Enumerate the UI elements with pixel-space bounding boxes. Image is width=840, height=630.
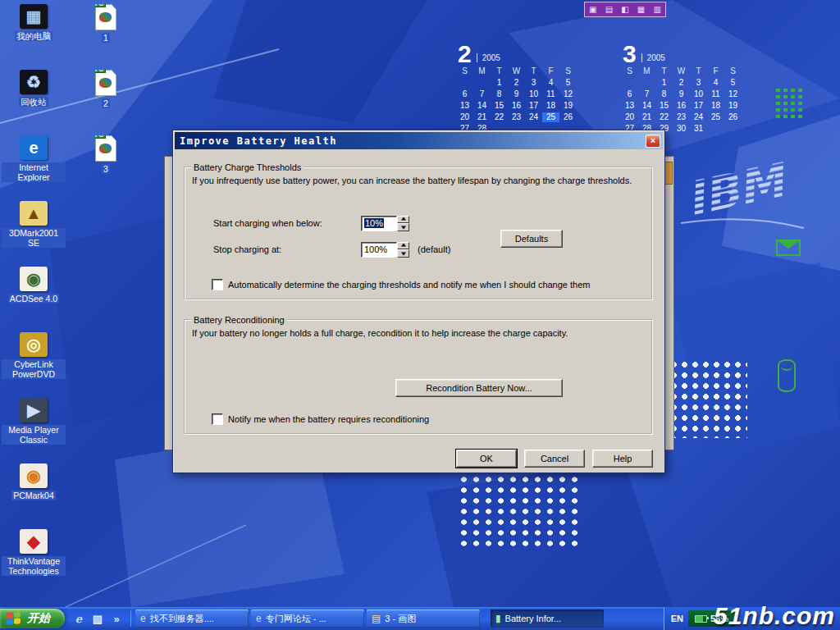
calendar-day: 16	[673, 101, 690, 111]
reconditioning-group-legend: Battery Reconditioning	[191, 315, 287, 325]
desktop-icon-media-player-classic[interactable]: ▶Media Player Classic	[2, 395, 66, 461]
jpg-thumbnail	[99, 12, 112, 22]
calendar-day: 4	[707, 78, 724, 88]
dialog-titlebar[interactable]: Improve Battery Health ×	[175, 132, 663, 149]
desktop-icon-jpg-2[interactable]: JPG2	[74, 67, 138, 133]
calendar-day: 1	[491, 78, 508, 88]
calendar-day: 13	[621, 101, 638, 111]
capture-toolbar[interactable]: ▣▤◧▦▥	[584, 2, 666, 17]
calendar-day: 18	[542, 101, 559, 111]
calendar-day: 3	[690, 78, 707, 88]
start-charging-input[interactable]: 10%	[361, 216, 397, 231]
desktop-icon-pcmark04[interactable]: ◉PCMark04	[2, 461, 66, 527]
battery-cylinder-icon	[778, 359, 796, 392]
calendar-day: 14	[473, 101, 491, 111]
taskbar-task-4[interactable]: ▮Battery Infor...	[491, 609, 604, 628]
capture-tool-icon-1[interactable]: ▣	[589, 6, 596, 14]
calendar-day: 3	[525, 78, 542, 88]
desktop-icon-jpg-1[interactable]: JPG1	[74, 2, 138, 67]
ie-quicklaunch-icon[interactable]: e	[71, 611, 86, 626]
calendar-day: 10	[690, 89, 707, 99]
calendar-day: 20	[621, 112, 638, 122]
capture-tool-icon-5[interactable]: ▥	[653, 6, 660, 14]
start-button[interactable]: 开始	[0, 609, 65, 628]
calendar-day: 9	[508, 89, 525, 99]
desktop-icon-jpg-3[interactable]: JPG3	[74, 133, 138, 199]
calendar-day: 26	[559, 112, 577, 122]
grid-pattern-decoration	[774, 87, 806, 120]
capture-tool-icon-4[interactable]: ▦	[637, 6, 645, 14]
stop-spin-down-icon[interactable]	[397, 249, 409, 258]
cancel-button[interactable]: Cancel	[524, 450, 585, 468]
jpg-file-icon: JPG	[95, 4, 116, 30]
language-indicator[interactable]: EN	[671, 614, 683, 623]
show-desktop-icon[interactable]: ▧	[90, 611, 105, 626]
desktop-icon-3dmark2001-se[interactable]: ▲3DMark2001 SE	[2, 199, 66, 264]
desktop-icon-acdsee-4-0[interactable]: ◉ACDSee 4.0	[2, 264, 66, 330]
internet-explorer-icon: e	[20, 135, 48, 160]
desktop-icon-thinkvantage-technologies[interactable]: ◆ThinkVantage Technologies	[2, 527, 66, 592]
taskbar-task-3[interactable]: ▤3 - 画图	[367, 609, 480, 628]
calendar-day: 30	[673, 124, 690, 134]
task-icon: e	[256, 614, 262, 623]
stop-spin-up-icon[interactable]	[397, 242, 409, 250]
calendar-day: 2	[508, 78, 525, 88]
desktop-icon-internet-explorer[interactable]: eInternet Explorer	[2, 133, 66, 199]
calendar-day: 31	[690, 124, 707, 134]
overflow-chevron-icon[interactable]: »	[109, 611, 124, 626]
jpg-thumbnail	[99, 144, 112, 153]
calendar-day: 15	[491, 101, 508, 111]
pcmark04-icon: ◉	[20, 463, 48, 488]
taskbar-task-1[interactable]: e找不到服务器....	[135, 609, 249, 628]
calendar-month-number: 2	[458, 43, 472, 65]
auto-thresholds-checkbox[interactable]	[212, 279, 223, 290]
recondition-battery-button[interactable]: Recondition Battery Now...	[395, 379, 563, 397]
my-computer-icon: ▦	[20, 4, 48, 29]
task-label: 专门网论坛 - ...	[266, 613, 326, 625]
calendar-day: 7	[638, 89, 655, 99]
notify-reconditioning-label: Notify me when the battery requires reco…	[228, 414, 429, 424]
defaults-button[interactable]: Defaults	[500, 230, 563, 248]
reconditioning-description: If your battery no longer holds a full c…	[192, 328, 645, 338]
calendar-day: 23	[508, 112, 525, 122]
task-button-area: e找不到服务器....e专门网论坛 - ...▤3 - 画图▮Battery I…	[131, 609, 664, 628]
envelope-icon	[776, 240, 801, 256]
calendar-day: 5	[724, 78, 742, 88]
jpg-badge: JPG	[89, 0, 106, 7]
desktop-icon-label: 1	[102, 33, 110, 43]
capture-tool-icon-2[interactable]: ▤	[605, 6, 613, 14]
dots-pattern-right	[669, 359, 747, 438]
stop-charging-spinner: 100%	[361, 242, 409, 258]
quick-launch-bar: e▧»	[68, 610, 131, 627]
calendar-day-header: W	[673, 66, 690, 76]
calendar-day: 4	[542, 78, 559, 88]
calendar-day: 13	[456, 101, 473, 111]
task-icon: e	[140, 614, 146, 623]
desktop-icon-cyberlink-powerdvd[interactable]: ◎CyberLink PowerDVD	[2, 330, 66, 395]
calendar-day-header: S	[456, 66, 473, 76]
start-spin-down-icon[interactable]	[397, 223, 409, 231]
start-spin-up-icon[interactable]	[397, 216, 409, 224]
ok-button[interactable]: OK	[456, 450, 517, 468]
calendar-day: 9	[673, 89, 690, 99]
notify-reconditioning-checkbox[interactable]	[212, 413, 223, 425]
task-label: 找不到服务器....	[150, 613, 214, 625]
calendar-day: 10	[525, 89, 542, 99]
desktop-icon-my-computer[interactable]: ▦我的电脑	[2, 2, 66, 67]
taskbar-task-2[interactable]: e专门网论坛 - ...	[251, 609, 364, 628]
stop-charging-input[interactable]: 100%	[361, 242, 397, 258]
desktop-icon-label: Media Player Classic	[2, 425, 66, 445]
calendar-day: 19	[724, 101, 742, 111]
calendar-day: 18	[707, 101, 724, 111]
desktop-icon-label: ACDSee 4.0	[8, 294, 59, 304]
close-button[interactable]: ×	[646, 135, 660, 148]
desktop-icon-label: 3	[102, 164, 110, 174]
calendar-year: 2005	[477, 53, 500, 62]
task-label: 3 - 画图	[385, 613, 416, 625]
help-button[interactable]: Help	[592, 450, 653, 468]
desktop-icon-recycle-bin[interactable]: ♻回收站	[2, 67, 66, 133]
calendar-day: 26	[724, 112, 742, 122]
capture-tool-icon-3[interactable]: ◧	[621, 6, 628, 14]
calendar-2005-2: 22005SMTWTFS1234567891011121314151617181…	[456, 43, 577, 134]
dialog-title: Improve Battery Health	[180, 135, 646, 147]
